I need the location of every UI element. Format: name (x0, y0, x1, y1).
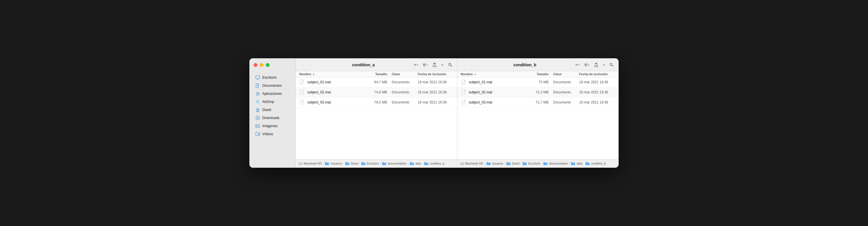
sidebar-item-david[interactable]: David (251, 106, 294, 114)
minimize-button[interactable] (260, 63, 264, 67)
panel-a-share-button[interactable] (431, 62, 438, 68)
svg-line-30 (612, 65, 613, 67)
breadcrumb-separator: › (569, 162, 570, 165)
breadcrumb-item[interactable]: Usuarios (325, 162, 342, 165)
videos-icon (255, 132, 260, 136)
file-name: subject_01.mat (469, 80, 526, 84)
panel-a-col-name[interactable]: Nombre ▲ (299, 72, 364, 76)
breadcrumb-item[interactable]: Macintosh HD (299, 162, 322, 165)
panel-b-search-button[interactable] (608, 62, 615, 68)
panel-a-search-button[interactable] (447, 62, 454, 68)
sidebar-item-downloads[interactable]: Downloads (251, 114, 294, 122)
panel-b-more-button[interactable]: » (601, 62, 606, 68)
breadcrumb-item[interactable]: data (410, 162, 421, 165)
sidebar-item-airdrop[interactable]: AirDrop (251, 98, 294, 105)
file-date: 18 mar 2021 18:36 (413, 90, 454, 94)
sort-arrow-icon-b: ▲ (474, 73, 476, 75)
panel-a-col-size[interactable]: Tamaño (364, 72, 387, 76)
file-kind: Documento (549, 80, 575, 84)
table-row[interactable]: subject_02.mat 72,3 MB Documento 18 mar … (457, 87, 619, 97)
panel-b-list-view-button[interactable]: ≡ ▾ (574, 62, 581, 68)
breadcrumb-item[interactable]: Usuarios (487, 162, 503, 165)
table-row[interactable]: subject_03.mat 71,7 MB Documento 18 mar … (457, 97, 619, 107)
panel-b-share-button[interactable] (593, 62, 600, 68)
breadcrumb-item[interactable]: condition_b (586, 162, 606, 165)
list-view-icon-b: ≡ (576, 63, 578, 67)
file-date: 18 mar 2021 18:36 (575, 80, 615, 84)
sidebar-item-documentos[interactable]: Documentos (251, 82, 294, 89)
panel-b-nav: ‹ › (461, 61, 476, 68)
close-button[interactable] (254, 63, 257, 67)
panel-a-back-button[interactable]: ‹ (299, 61, 306, 68)
svg-point-28 (301, 164, 302, 165)
folder-icon (586, 162, 590, 165)
breadcrumb-item[interactable]: documentation (544, 162, 568, 165)
breadcrumb-separator: › (541, 162, 542, 165)
main-area: ‹ › condition_a ≡ ▾ ⊞ ▾ » (296, 59, 618, 167)
panel-b-col-size[interactable]: Tamaño (525, 72, 549, 76)
breadcrumb-label: Escritorio (367, 162, 379, 165)
table-row[interactable]: subject_01.mat 73 MB Documento 18 mar 20… (457, 77, 619, 87)
panel-b-col-kind[interactable]: Clase (549, 72, 575, 76)
sidebar-label-documentos: Documentos (262, 84, 282, 88)
panel-b-col-name[interactable]: Nombre ▲ (461, 72, 526, 76)
file-kind: Documento (549, 100, 575, 104)
panel-b-col-date[interactable]: Fecha de inclusión (575, 72, 615, 76)
table-row[interactable]: subject_03.mat 78,5 MB Documento 18 mar … (296, 97, 457, 107)
file-date: 18 mar 2021 18:36 (413, 100, 454, 104)
file-icon (299, 89, 305, 96)
panel-a-grid-view-button[interactable]: ⊞ ▾ (421, 62, 429, 68)
desktop-icon (255, 75, 260, 80)
panel-a-more-button[interactable]: » (440, 62, 445, 68)
panel-a-toolbar: ‹ › condition_a ≡ ▾ ⊞ ▾ » (296, 59, 457, 71)
breadcrumb-item[interactable]: Escritorio (361, 162, 379, 165)
panel-b-grid-view-button[interactable]: ⊞ ▾ (583, 62, 591, 68)
breadcrumb-item[interactable]: David (506, 162, 519, 165)
sidebar-item-escritorio[interactable]: Escritorio (251, 74, 294, 81)
breadcrumb-separator: › (380, 162, 381, 165)
sidebar-item-imagenes[interactable]: Imágenes (251, 122, 294, 130)
folder-icon (506, 162, 510, 165)
folder-icon (424, 162, 428, 165)
file-icon (299, 79, 305, 86)
file-date: 18 mar 2021 18:36 (575, 100, 615, 104)
breadcrumb-label: Usuarios (331, 162, 342, 165)
panel-a-file-list: subject_01.mat 84,7 MB Documento 18 mar … (296, 77, 457, 159)
panel-a-forward-button[interactable]: › (307, 61, 314, 68)
file-name: subject_03.mat (307, 100, 364, 104)
panel-a-nav: ‹ › (299, 61, 314, 68)
breadcrumb-item[interactable]: Escritorio (523, 162, 540, 165)
breadcrumb-label: Escritorio (528, 162, 540, 165)
breadcrumb-item[interactable]: documentation (382, 162, 407, 165)
svg-line-14 (451, 65, 452, 67)
breadcrumb-item[interactable]: condition_a (424, 162, 444, 165)
table-row[interactable]: subject_02.mat 74,8 MB Documento 18 mar … (296, 87, 457, 97)
panel-a-col-date[interactable]: Fecha de inclusión (413, 72, 454, 76)
sidebar-item-videos[interactable]: Vídeos (251, 130, 294, 138)
share-icon (433, 63, 437, 67)
sidebar: Escritorio Documentos Aplicaciones AirDr… (250, 59, 296, 167)
svg-rect-43 (460, 163, 464, 165)
sidebar-item-aplicaciones[interactable]: Aplicaciones (251, 90, 294, 97)
table-row[interactable]: subject_01.mat 84,7 MB Documento 18 mar … (296, 77, 457, 87)
file-size: 84,7 MB (364, 80, 387, 84)
panel-b-actions: ≡ ▾ ⊞ ▾ » (574, 62, 615, 68)
panel-b-forward-button[interactable]: › (469, 61, 476, 68)
svg-rect-2 (256, 84, 258, 88)
file-kind: Documento (387, 90, 413, 94)
panel-b-back-button[interactable]: ‹ (461, 61, 468, 68)
panel-a-list-view-button[interactable]: ≡ ▾ (413, 62, 420, 68)
breadcrumb-separator: › (504, 162, 505, 165)
panel-a-col-kind[interactable]: Clase (387, 72, 413, 76)
breadcrumb-item[interactable]: data (571, 162, 582, 165)
drive-icon (460, 162, 464, 165)
maximize-button[interactable] (266, 63, 270, 67)
breadcrumb-item[interactable]: Macintosh HD (460, 162, 483, 165)
file-size: 73 MB (525, 80, 549, 84)
breadcrumb-item[interactable]: David (345, 162, 358, 165)
file-size: 78,5 MB (364, 100, 387, 104)
breadcrumb-separator: › (422, 162, 423, 165)
file-icon (461, 99, 467, 106)
svg-rect-0 (256, 76, 260, 79)
finder-window: Escritorio Documentos Aplicaciones AirDr… (249, 58, 619, 168)
